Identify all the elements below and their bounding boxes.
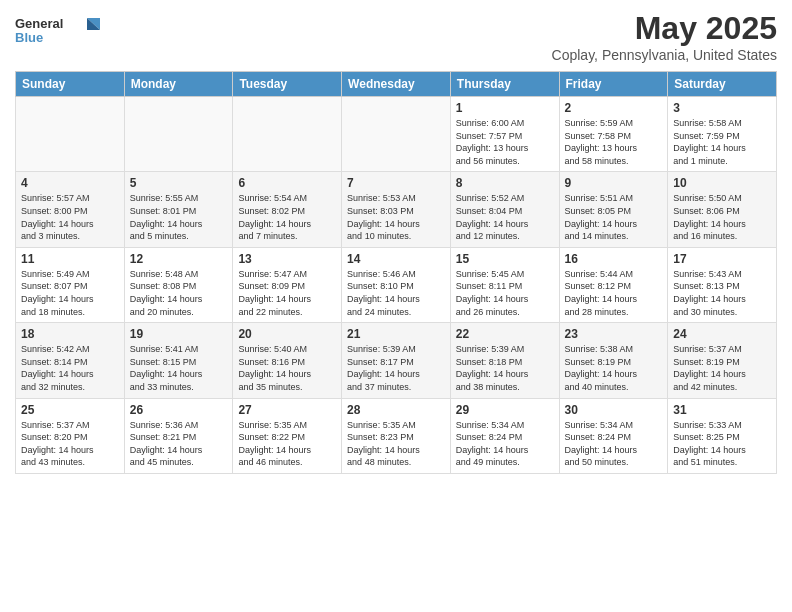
day-number: 21 [347,327,445,341]
day-number: 20 [238,327,336,341]
day-info: Sunrise: 5:55 AMSunset: 8:01 PMDaylight:… [130,192,228,242]
day-number: 4 [21,176,119,190]
day-number: 11 [21,252,119,266]
calendar-cell [342,97,451,172]
calendar-cell: 20Sunrise: 5:40 AMSunset: 8:16 PMDayligh… [233,323,342,398]
calendar-week-2: 4Sunrise: 5:57 AMSunset: 8:00 PMDaylight… [16,172,777,247]
day-number: 25 [21,403,119,417]
day-number: 16 [565,252,663,266]
calendar-cell: 4Sunrise: 5:57 AMSunset: 8:00 PMDaylight… [16,172,125,247]
calendar-cell [124,97,233,172]
day-info: Sunrise: 5:37 AMSunset: 8:19 PMDaylight:… [673,343,771,393]
day-info: Sunrise: 5:40 AMSunset: 8:16 PMDaylight:… [238,343,336,393]
svg-text:Blue: Blue [15,30,43,45]
day-number: 3 [673,101,771,115]
day-info: Sunrise: 5:52 AMSunset: 8:04 PMDaylight:… [456,192,554,242]
col-friday: Friday [559,72,668,97]
calendar-week-5: 25Sunrise: 5:37 AMSunset: 8:20 PMDayligh… [16,398,777,473]
day-info: Sunrise: 5:47 AMSunset: 8:09 PMDaylight:… [238,268,336,318]
calendar-table: Sunday Monday Tuesday Wednesday Thursday… [15,71,777,474]
col-thursday: Thursday [450,72,559,97]
day-info: Sunrise: 5:57 AMSunset: 8:00 PMDaylight:… [21,192,119,242]
day-info: Sunrise: 5:36 AMSunset: 8:21 PMDaylight:… [130,419,228,469]
calendar-cell: 13Sunrise: 5:47 AMSunset: 8:09 PMDayligh… [233,247,342,322]
day-number: 18 [21,327,119,341]
day-number: 29 [456,403,554,417]
day-info: Sunrise: 5:42 AMSunset: 8:14 PMDaylight:… [21,343,119,393]
day-number: 1 [456,101,554,115]
calendar-cell: 21Sunrise: 5:39 AMSunset: 8:17 PMDayligh… [342,323,451,398]
col-sunday: Sunday [16,72,125,97]
day-number: 22 [456,327,554,341]
day-info: Sunrise: 5:35 AMSunset: 8:23 PMDaylight:… [347,419,445,469]
calendar-cell: 17Sunrise: 5:43 AMSunset: 8:13 PMDayligh… [668,247,777,322]
day-info: Sunrise: 5:53 AMSunset: 8:03 PMDaylight:… [347,192,445,242]
day-info: Sunrise: 5:58 AMSunset: 7:59 PMDaylight:… [673,117,771,167]
day-number: 13 [238,252,336,266]
day-info: Sunrise: 5:34 AMSunset: 8:24 PMDaylight:… [565,419,663,469]
day-info: Sunrise: 5:54 AMSunset: 8:02 PMDaylight:… [238,192,336,242]
day-info: Sunrise: 5:43 AMSunset: 8:13 PMDaylight:… [673,268,771,318]
day-info: Sunrise: 5:59 AMSunset: 7:58 PMDaylight:… [565,117,663,167]
day-number: 19 [130,327,228,341]
day-info: Sunrise: 5:48 AMSunset: 8:08 PMDaylight:… [130,268,228,318]
day-number: 26 [130,403,228,417]
day-info: Sunrise: 5:49 AMSunset: 8:07 PMDaylight:… [21,268,119,318]
calendar-cell: 16Sunrise: 5:44 AMSunset: 8:12 PMDayligh… [559,247,668,322]
day-number: 24 [673,327,771,341]
day-info: Sunrise: 5:39 AMSunset: 8:17 PMDaylight:… [347,343,445,393]
day-number: 7 [347,176,445,190]
logo: General Blue [15,10,105,50]
calendar-cell [233,97,342,172]
calendar-cell: 14Sunrise: 5:46 AMSunset: 8:10 PMDayligh… [342,247,451,322]
day-info: Sunrise: 5:33 AMSunset: 8:25 PMDaylight:… [673,419,771,469]
day-number: 2 [565,101,663,115]
calendar-cell: 11Sunrise: 5:49 AMSunset: 8:07 PMDayligh… [16,247,125,322]
col-monday: Monday [124,72,233,97]
calendar-cell: 25Sunrise: 5:37 AMSunset: 8:20 PMDayligh… [16,398,125,473]
calendar-cell: 30Sunrise: 5:34 AMSunset: 8:24 PMDayligh… [559,398,668,473]
calendar-cell: 10Sunrise: 5:50 AMSunset: 8:06 PMDayligh… [668,172,777,247]
svg-text:General: General [15,16,63,31]
calendar-cell: 18Sunrise: 5:42 AMSunset: 8:14 PMDayligh… [16,323,125,398]
calendar-cell: 2Sunrise: 5:59 AMSunset: 7:58 PMDaylight… [559,97,668,172]
page-container: General Blue May 2025 Coplay, Pennsylvan… [0,0,792,484]
page-header: General Blue May 2025 Coplay, Pennsylvan… [15,10,777,63]
calendar-cell: 22Sunrise: 5:39 AMSunset: 8:18 PMDayligh… [450,323,559,398]
calendar-cell: 6Sunrise: 5:54 AMSunset: 8:02 PMDaylight… [233,172,342,247]
col-tuesday: Tuesday [233,72,342,97]
day-info: Sunrise: 6:00 AMSunset: 7:57 PMDaylight:… [456,117,554,167]
calendar-cell: 28Sunrise: 5:35 AMSunset: 8:23 PMDayligh… [342,398,451,473]
day-info: Sunrise: 5:38 AMSunset: 8:19 PMDaylight:… [565,343,663,393]
calendar-cell: 7Sunrise: 5:53 AMSunset: 8:03 PMDaylight… [342,172,451,247]
calendar-cell [16,97,125,172]
col-wednesday: Wednesday [342,72,451,97]
calendar-week-4: 18Sunrise: 5:42 AMSunset: 8:14 PMDayligh… [16,323,777,398]
day-number: 9 [565,176,663,190]
day-info: Sunrise: 5:50 AMSunset: 8:06 PMDaylight:… [673,192,771,242]
calendar-cell: 5Sunrise: 5:55 AMSunset: 8:01 PMDaylight… [124,172,233,247]
day-number: 8 [456,176,554,190]
calendar-week-3: 11Sunrise: 5:49 AMSunset: 8:07 PMDayligh… [16,247,777,322]
day-info: Sunrise: 5:37 AMSunset: 8:20 PMDaylight:… [21,419,119,469]
calendar-week-1: 1Sunrise: 6:00 AMSunset: 7:57 PMDaylight… [16,97,777,172]
calendar-cell: 27Sunrise: 5:35 AMSunset: 8:22 PMDayligh… [233,398,342,473]
day-info: Sunrise: 5:39 AMSunset: 8:18 PMDaylight:… [456,343,554,393]
subtitle: Coplay, Pennsylvania, United States [552,47,777,63]
calendar-cell: 12Sunrise: 5:48 AMSunset: 8:08 PMDayligh… [124,247,233,322]
calendar-cell: 29Sunrise: 5:34 AMSunset: 8:24 PMDayligh… [450,398,559,473]
day-info: Sunrise: 5:46 AMSunset: 8:10 PMDaylight:… [347,268,445,318]
col-saturday: Saturday [668,72,777,97]
day-number: 5 [130,176,228,190]
day-info: Sunrise: 5:34 AMSunset: 8:24 PMDaylight:… [456,419,554,469]
day-number: 28 [347,403,445,417]
day-info: Sunrise: 5:41 AMSunset: 8:15 PMDaylight:… [130,343,228,393]
day-number: 10 [673,176,771,190]
day-number: 15 [456,252,554,266]
main-title: May 2025 [552,10,777,47]
day-number: 14 [347,252,445,266]
day-number: 12 [130,252,228,266]
calendar-cell: 24Sunrise: 5:37 AMSunset: 8:19 PMDayligh… [668,323,777,398]
calendar-cell: 9Sunrise: 5:51 AMSunset: 8:05 PMDaylight… [559,172,668,247]
day-info: Sunrise: 5:51 AMSunset: 8:05 PMDaylight:… [565,192,663,242]
